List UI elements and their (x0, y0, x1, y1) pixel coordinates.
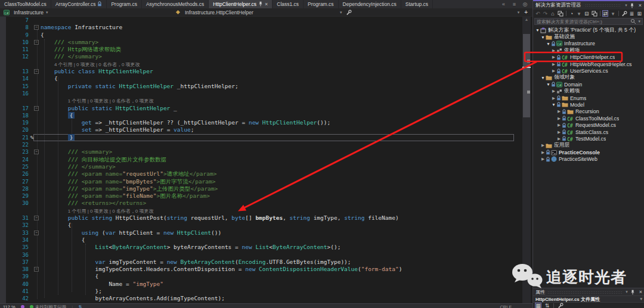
expander-collapsed-icon[interactable]: ▶ (540, 150, 546, 155)
solution-explorer-search[interactable]: 搜索解决方案资源管理器(Ctrl+;) ▾ (534, 18, 643, 25)
home-icon[interactable]: ⌂ (550, 10, 556, 17)
tree-item--[interactable]: ▼基础设施 (533, 33, 644, 40)
chevron-down-icon[interactable]: ▾ (625, 3, 627, 8)
breadcrumb-type[interactable]: Infrastructure.HttpClientHelper (172, 10, 257, 15)
tree-item-staticclass-cs[interactable]: ▶C#StaticClass.cs (533, 129, 644, 135)
expander-expanded-icon[interactable]: ▼ (546, 82, 551, 86)
tree-item-domain[interactable]: ▼C#Domain (533, 81, 644, 88)
tree-item-testmodel-cs[interactable]: ▶C#TestModel.cs (533, 135, 644, 142)
expander-collapsed-icon[interactable]: ▶ (551, 69, 556, 73)
expander-collapsed-icon[interactable]: ▶ (556, 123, 562, 127)
health-indicator-icon[interactable] (21, 305, 24, 308)
expander-collapsed-icon[interactable]: ▶ (556, 130, 562, 135)
expander-collapsed-icon[interactable]: ▶ (551, 96, 556, 101)
expander-collapsed-icon[interactable]: ▶ (540, 157, 546, 161)
solution-explorer-titlebar[interactable]: 解决方案资源管理器 ▾ × (533, 0, 644, 10)
tree-item-enums[interactable]: ▶Enums (533, 95, 644, 101)
code-editor[interactable]: 78−namespace Infrastructure9{10−/// <sum… (0, 17, 532, 303)
tree-item--practice-5-5-[interactable]: ▼解决方案 'Practice' (5 个项目, 共 5 个) (533, 27, 644, 33)
split-window-button[interactable]: + (524, 9, 528, 15)
expander-collapsed-icon[interactable]: ▶ (556, 109, 562, 114)
tree-item-httpwebrequesthepler-cs[interactable]: ▶C#HttpWebRequestHepler.cs (533, 61, 644, 67)
fold-collapse-icon[interactable]: − (34, 25, 39, 30)
tree-item-practicesiteweb[interactable]: ▶PracticeSiteWeb (533, 155, 644, 162)
nav-forward-icon[interactable]: ↷ (543, 10, 549, 17)
tree-item-recursion[interactable]: ▶Recursion (533, 108, 644, 115)
switch-views-icon[interactable] (558, 10, 564, 17)
tree-item-practiceconsole[interactable]: ▶PracticeConsole (533, 149, 644, 155)
tab-program-cs[interactable]: Program.cs (107, 0, 141, 8)
tree-item-infrastructure[interactable]: ▼C#Infrastructure (533, 41, 644, 47)
source-control-icon[interactable]: ⇅ (78, 304, 82, 308)
expander-collapsed-icon[interactable]: ▶ (556, 136, 562, 141)
close-icon[interactable]: × (639, 2, 642, 8)
expander-collapsed-icon[interactable]: ▶ (551, 55, 556, 60)
tree-item-classtoolmodel-cs[interactable]: ▶C#ClassToolModel.cs (533, 115, 644, 122)
chevron-down-icon[interactable]: ▾ (638, 19, 640, 24)
tab-startup-cs[interactable]: Startup.cs (401, 0, 433, 8)
pin-icon[interactable] (258, 1, 263, 8)
preview-icon[interactable] (592, 10, 597, 17)
caret-icon[interactable]: ▾ (610, 10, 616, 17)
close-icon[interactable]: × (639, 289, 642, 295)
expander-collapsed-icon[interactable]: ▶ (551, 62, 556, 67)
tab-options-icon[interactable]: ◎ (522, 1, 528, 8)
pin-icon[interactable] (630, 290, 635, 295)
collapse-all-icon[interactable]: ⊟ (584, 10, 590, 17)
fold-collapse-icon[interactable]: − (34, 150, 39, 154)
fold-collapse-icon[interactable]: − (34, 231, 39, 235)
fold-collapse-icon[interactable]: − (34, 216, 39, 220)
nav-back-icon[interactable]: ↶ (535, 10, 541, 17)
window-list-icon[interactable]: ≡ (511, 1, 518, 8)
fold-collapse-icon[interactable]: − (34, 40, 39, 45)
chevron-down-icon[interactable]: ▾ (518, 10, 520, 15)
chevron-down-icon[interactable]: ▾ (46, 10, 48, 15)
wrench-icon[interactable] (346, 10, 352, 15)
tree-item-userservices-cs[interactable]: ▶C#UserServices.cs (533, 67, 644, 74)
expander-collapsed-icon[interactable]: ▶ (551, 48, 556, 53)
tree-item--[interactable]: ▶依赖项 (533, 88, 644, 95)
eol-indicator[interactable]: CRLF (500, 304, 512, 308)
tab-asynchronousmethods-cs[interactable]: AsynchronousMethods.cs (142, 0, 209, 8)
scrollbar-up-arrow-icon[interactable]: ▲ (522, 17, 531, 21)
fold-collapse-icon[interactable]: − (34, 69, 39, 74)
wrench-icon[interactable] (621, 10, 627, 17)
expander-collapsed-icon[interactable]: ▶ (556, 116, 562, 121)
search-icon[interactable] (630, 18, 636, 24)
breadcrumb-project[interactable]: C# Infrastructure ▾ (0, 10, 52, 15)
expander-expanded-icon[interactable]: ▼ (540, 35, 546, 39)
tree-item-requestmodel-cs[interactable]: ▶C#RequestModel.cs (533, 122, 644, 128)
expander-expanded-icon[interactable]: ▼ (546, 42, 551, 46)
tree-item--[interactable]: ▶依赖项 (533, 47, 644, 54)
fold-collapse-icon[interactable]: − (34, 267, 39, 272)
tab-dependencyinjection-cs[interactable]: DependencyInjection.cs (339, 0, 401, 8)
sort-alphabetical-icon[interactable]: ⇅ (544, 303, 550, 308)
zoom-level-select[interactable]: 112 % (3, 304, 16, 308)
tab-scroll-left-icon[interactable]: « (500, 1, 507, 8)
tree-item-httpclienthelper-cs[interactable]: ▶C#HttpClientHelper.cs (533, 54, 644, 61)
pin-icon[interactable] (630, 3, 634, 8)
tab-class1-cs[interactable]: Class1.cs (273, 0, 304, 8)
tab-httpclienthelper-cs[interactable]: HttpClientHelper.cs× (209, 0, 273, 8)
scrollbar-thumb[interactable] (523, 34, 530, 117)
pending-changes-icon[interactable]: ◔ (569, 10, 575, 17)
tab-arraycontroller-cs[interactable]: ArrayController.cs (51, 0, 107, 8)
categorized-icon[interactable]: ▦ (535, 303, 541, 308)
expander-expanded-icon[interactable]: ▼ (540, 76, 546, 80)
properties-object-selector[interactable]: HttpClientHelper.cs 文件属性 ▾ (533, 295, 644, 303)
tree-item--[interactable]: ▶应用层 (533, 142, 644, 149)
caret-icon[interactable]: ▾ (576, 10, 582, 17)
fold-collapse-icon[interactable]: − (34, 106, 39, 111)
wrench-icon[interactable] (557, 303, 564, 308)
close-icon[interactable]: × (265, 2, 268, 7)
expander-collapsed-icon[interactable]: ▶ (551, 89, 556, 94)
chevron-down-icon[interactable]: ▾ (340, 10, 342, 15)
expander-expanded-icon[interactable]: ▼ (535, 28, 540, 32)
tree-item-model[interactable]: ▼Model (533, 101, 644, 108)
sync-active-icon[interactable]: ⇄ (602, 10, 608, 17)
show-all-files-icon[interactable]: ≣ (629, 10, 635, 17)
tab-classtoolmodel-cs[interactable]: ClassToolModel.cs (0, 0, 51, 8)
tab-program-cs[interactable]: Program.cs (304, 0, 338, 8)
expander-collapsed-icon[interactable]: ▶ (540, 143, 546, 148)
expander-expanded-icon[interactable]: ▼ (551, 102, 556, 107)
